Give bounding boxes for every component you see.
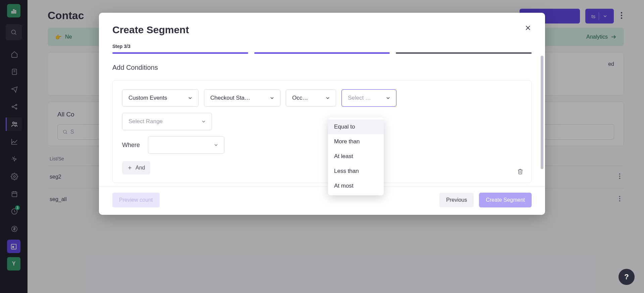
operator-dropdown: Equal to More than At least Less than At… bbox=[328, 117, 384, 195]
event-type-label: Custom Events bbox=[128, 95, 167, 101]
preview-count-button[interactable]: Preview count bbox=[112, 193, 160, 207]
chevron-down-icon bbox=[385, 95, 391, 101]
conditions-heading: Add Conditions bbox=[112, 64, 532, 71]
modal-footer: Preview count Previous Create Segment bbox=[99, 186, 545, 215]
chevron-down-icon bbox=[325, 95, 330, 101]
previous-button[interactable]: Previous bbox=[439, 193, 474, 207]
add-and-condition-button[interactable]: And bbox=[122, 161, 150, 175]
chevron-down-icon bbox=[269, 95, 275, 101]
modal-title: Create Segment bbox=[112, 24, 532, 36]
create-segment-modal: Create Segment Step 3/3 Add Conditions C… bbox=[99, 13, 545, 215]
event-name-select[interactable]: Checkout Sta… bbox=[204, 89, 280, 107]
where-label: Where bbox=[122, 142, 140, 149]
help-fab[interactable]: ? bbox=[619, 269, 635, 285]
dropdown-option[interactable]: Equal to bbox=[328, 119, 384, 134]
modal-body: Add Conditions Custom Events Checkout St… bbox=[99, 54, 545, 186]
event-name-label: Checkout Sta… bbox=[210, 95, 250, 101]
chevron-down-icon bbox=[213, 142, 219, 148]
create-segment-button[interactable]: Create Segment bbox=[479, 193, 532, 207]
modal-scrollbar[interactable] bbox=[540, 56, 544, 184]
help-icon: ? bbox=[624, 273, 629, 281]
event-type-select[interactable]: Custom Events bbox=[122, 89, 199, 107]
operator-select[interactable]: Select … bbox=[341, 89, 396, 107]
dropdown-option[interactable]: Less than bbox=[328, 164, 384, 179]
where-property-select[interactable] bbox=[148, 136, 224, 154]
close-icon bbox=[525, 25, 531, 31]
operator-placeholder: Select … bbox=[348, 95, 371, 101]
trash-icon bbox=[517, 168, 523, 175]
chevron-down-icon bbox=[201, 119, 206, 124]
dropdown-option[interactable]: At least bbox=[328, 149, 384, 164]
range-select[interactable]: Select Range bbox=[122, 113, 212, 130]
delete-condition-button[interactable] bbox=[517, 168, 523, 176]
modal-header: Create Segment Step 3/3 bbox=[99, 13, 545, 49]
range-placeholder: Select Range bbox=[128, 118, 163, 125]
chevron-down-icon bbox=[187, 95, 193, 101]
plus-icon bbox=[127, 165, 132, 170]
dropdown-option[interactable]: At most bbox=[328, 179, 384, 193]
scrollbar-thumb[interactable] bbox=[541, 56, 543, 169]
progress-bars bbox=[99, 49, 545, 54]
dropdown-option[interactable]: More than bbox=[328, 134, 384, 149]
occurrence-label: Occ… bbox=[292, 95, 308, 101]
step-indicator: Step 3/3 bbox=[112, 44, 532, 49]
and-label: And bbox=[136, 165, 145, 171]
condition-group: Custom Events Checkout Sta… Occ… Select … bbox=[112, 80, 532, 183]
modal-close-button[interactable] bbox=[523, 23, 533, 33]
occurrence-select[interactable]: Occ… bbox=[286, 89, 336, 107]
